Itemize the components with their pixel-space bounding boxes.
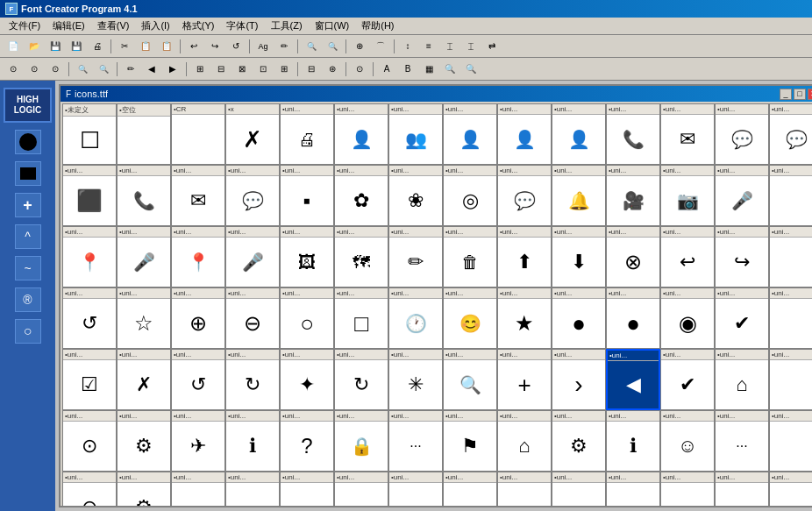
glyph-cell[interactable]: •uni...🔍 xyxy=(443,349,497,410)
glyph-cell[interactable]: •uni... xyxy=(715,472,769,506)
glyph-cell[interactable]: •x✗ xyxy=(225,103,280,165)
tb2-grid2[interactable]: ⊟ xyxy=(211,60,231,78)
glyph-cell[interactable]: •uni... xyxy=(606,472,660,506)
glyph-cell[interactable]: •uni...🎥 xyxy=(606,165,660,226)
glyph-cell[interactable]: •uni...👤 xyxy=(552,103,606,165)
glyph-cell[interactable]: •uni... xyxy=(280,472,334,506)
menu-help[interactable]: 帮助(H) xyxy=(356,18,399,33)
glyph-cell[interactable]: •空位 xyxy=(117,103,171,165)
glyph-cell[interactable]: •CR xyxy=(171,103,225,165)
sidebar-rect-filled[interactable] xyxy=(15,161,41,186)
tb-pen[interactable]: ✏ xyxy=(274,38,294,55)
glyph-cell[interactable]: •uni...🔔 xyxy=(552,165,606,226)
tb2-4[interactable]: 🔍 xyxy=(73,60,92,78)
minimize-btn[interactable]: _ xyxy=(780,89,792,100)
glyph-cell[interactable]: •uni...⚙ xyxy=(117,410,171,472)
glyph-cell[interactable]: •uni...+ xyxy=(497,349,552,410)
sidebar-caret[interactable]: ^ xyxy=(15,224,41,249)
tb2-2[interactable]: ⊙ xyxy=(25,60,44,78)
tb2-7[interactable]: ◀ xyxy=(142,60,161,78)
glyph-cell[interactable]: •uni...💬 xyxy=(715,103,769,165)
tb-curves[interactable]: ⌒ xyxy=(371,38,390,55)
glyph-cell[interactable]: •uni...👤 xyxy=(497,103,552,165)
glyph-cell[interactable]: •uni...📍 xyxy=(62,226,117,287)
glyph-cell[interactable]: •uni...📞 xyxy=(606,103,660,165)
glyph-cell[interactable]: •uni...📞 xyxy=(117,165,171,226)
sidebar-plus[interactable]: + xyxy=(15,193,41,217)
glyph-cell[interactable]: •uni...● xyxy=(606,287,660,349)
glyph-cell[interactable]: •uni...◎ xyxy=(443,165,497,226)
glyph-cell[interactable]: •uni... xyxy=(769,349,812,410)
glyph-grid-container[interactable]: •未定义☐•空位 •CR •x✗•uni...🖨•uni...👤•uni...👥… xyxy=(61,102,812,506)
glyph-cell[interactable]: •uni...👤 xyxy=(334,103,388,165)
tb-sort[interactable]: ↕ xyxy=(398,38,417,55)
glyph-cell[interactable]: •uni...🗑 xyxy=(443,226,497,287)
glyph-cell[interactable]: •uni...› xyxy=(552,349,606,410)
glyph-cell[interactable]: •uni...⬇ xyxy=(552,226,606,287)
glyph-cell[interactable]: •uni...◉ xyxy=(660,287,715,349)
menu-tools[interactable]: 工具(Z) xyxy=(266,18,308,33)
tb-new[interactable]: 📄 xyxy=(4,38,23,55)
glyph-cell[interactable]: •uni... xyxy=(225,472,280,506)
tb2-a[interactable]: A xyxy=(377,60,396,78)
glyph-cell[interactable]: •uni...⊙ xyxy=(62,472,117,506)
tb-dist[interactable]: ⌶ xyxy=(440,38,459,55)
glyph-cell[interactable]: •uni...🎤 xyxy=(225,226,280,287)
sidebar-circle-outline[interactable]: ○ xyxy=(15,319,41,344)
menu-font[interactable]: 字体(T) xyxy=(221,18,263,33)
glyph-cell[interactable]: •uni...✿ xyxy=(334,165,388,226)
tb2-zoom4[interactable]: 🔍 xyxy=(461,60,481,78)
sidebar-circle-filled[interactable] xyxy=(15,130,41,154)
glyph-cell[interactable]: •uni...○ xyxy=(280,287,334,349)
menu-format[interactable]: 格式(Y) xyxy=(177,18,220,33)
tb2-6[interactable]: ✏ xyxy=(121,60,140,78)
glyph-cell[interactable]: •uni... xyxy=(334,472,388,506)
tb2-grid3[interactable]: ⊠ xyxy=(232,60,252,78)
glyph-cell[interactable]: •uni... xyxy=(769,165,812,226)
glyph-cell[interactable]: •uni...⚙ xyxy=(117,472,171,506)
glyph-cell[interactable]: •uni... xyxy=(769,410,812,472)
tb-align2[interactable]: ⌶ xyxy=(461,38,481,55)
tb2-grid5[interactable]: ⊞ xyxy=(274,60,294,78)
glyph-cell[interactable]: •uni...↺ xyxy=(62,287,117,349)
glyph-cell[interactable]: •uni...✉ xyxy=(171,165,225,226)
glyph-cell[interactable]: •uni...↩ xyxy=(660,226,715,287)
glyph-cell[interactable]: •uni...📍 xyxy=(171,226,225,287)
glyph-cell[interactable]: •uni...😊 xyxy=(443,287,497,349)
glyph-cell[interactable]: •uni...↻ xyxy=(225,349,280,410)
glyph-cell[interactable]: •uni...◀ xyxy=(606,349,660,410)
glyph-cell[interactable]: •uni...👤 xyxy=(443,103,497,165)
glyph-cell[interactable]: •uni...⌂ xyxy=(715,349,769,410)
glyph-cell[interactable]: •uni...👥 xyxy=(388,103,443,165)
tb-open[interactable]: 📂 xyxy=(25,38,44,55)
glyph-cell[interactable]: •uni...✏ xyxy=(388,226,443,287)
glyph-cell[interactable]: •uni...⊙ xyxy=(62,410,117,472)
glyph-cell[interactable]: •uni... xyxy=(443,472,497,506)
tb-node[interactable]: ⊕ xyxy=(350,38,369,55)
glyph-cell[interactable]: •uni...💬 xyxy=(497,165,552,226)
glyph-cell[interactable]: •uni...↺ xyxy=(171,349,225,410)
glyph-cell[interactable]: •uni...⬛ xyxy=(62,165,117,226)
glyph-cell[interactable]: •uni...🕐 xyxy=(388,287,443,349)
glyph-cell[interactable]: •uni...❀ xyxy=(388,165,443,226)
glyph-cell[interactable]: •uni...↪ xyxy=(715,226,769,287)
glyph-cell[interactable]: •uni...🖼 xyxy=(280,226,334,287)
menu-insert[interactable]: 插入(I) xyxy=(136,18,175,33)
glyph-cell[interactable]: •uni...ℹ xyxy=(225,410,280,472)
glyph-cell[interactable]: •uni...☑ xyxy=(62,349,117,410)
tb2-circ[interactable]: ⊙ xyxy=(350,60,369,78)
glyph-cell[interactable]: •uni... xyxy=(171,472,225,506)
tb2-c[interactable]: ▦ xyxy=(419,60,438,78)
tb2-filter[interactable]: ⊟ xyxy=(302,60,321,78)
tb-zoom[interactable]: 🔍 xyxy=(302,38,321,55)
menu-edit[interactable]: 编辑(E) xyxy=(47,18,90,33)
glyph-cell[interactable]: •uni...? xyxy=(280,410,334,472)
tb-redo2[interactable]: ↺ xyxy=(226,38,246,55)
tb-save2[interactable]: 💾 xyxy=(67,38,86,55)
glyph-cell[interactable]: •uni...⚙ xyxy=(552,410,606,472)
glyph-cell[interactable]: •uni...⊖ xyxy=(225,287,280,349)
glyph-cell[interactable]: •uni... xyxy=(769,472,812,506)
glyph-cell[interactable]: •uni...📷 xyxy=(660,165,715,226)
glyph-cell[interactable]: •uni...💬 xyxy=(225,165,280,226)
glyph-cell[interactable]: •uni...☺ xyxy=(660,410,715,472)
